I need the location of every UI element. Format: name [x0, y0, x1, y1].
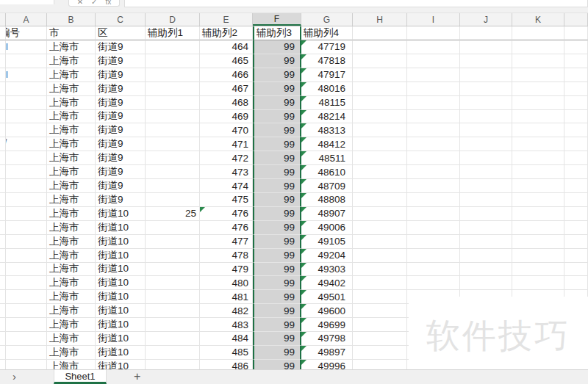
cell-d3[interactable]	[146, 54, 200, 68]
cell-i10[interactable]	[407, 151, 460, 165]
cell-h25[interactable]	[353, 360, 407, 369]
cell-j3[interactable]	[460, 54, 512, 68]
cell-rh23[interactable]	[0, 332, 6, 346]
cell-a8[interactable]	[6, 123, 47, 137]
cell-h1[interactable]	[353, 26, 407, 40]
cell-b21[interactable]: 上海市	[47, 304, 96, 318]
name-box[interactable]	[0, 0, 54, 4]
cell-k19[interactable]	[512, 276, 564, 290]
cell-h8[interactable]	[353, 123, 407, 137]
cell-a12[interactable]	[6, 179, 47, 193]
cell-g3[interactable]: 47818	[301, 54, 353, 68]
cell-d16[interactable]	[146, 235, 200, 249]
cell-b2[interactable]: 上海市	[47, 40, 96, 54]
cell-e19[interactable]: 480	[200, 276, 253, 290]
cell-b3[interactable]: 上海市	[47, 54, 96, 68]
cell-k17[interactable]	[512, 249, 564, 263]
cell-e15[interactable]: 476	[200, 221, 253, 235]
formula-input[interactable]	[124, 0, 588, 7]
cell-d7[interactable]	[146, 110, 200, 124]
cell-j5[interactable]	[460, 82, 512, 96]
cell-h3[interactable]	[353, 54, 407, 68]
cell-a9[interactable]: /	[6, 137, 47, 151]
cell-a13[interactable]	[6, 193, 47, 207]
cell-d13[interactable]	[146, 193, 200, 207]
column-header-K[interactable]: K	[512, 13, 564, 26]
cell-f11[interactable]: 99	[253, 165, 301, 179]
cell-c4[interactable]: 街道9	[96, 68, 146, 82]
cell-g11[interactable]: 48610	[301, 165, 353, 179]
cell-rh2[interactable]	[0, 40, 6, 54]
cell-i1[interactable]	[407, 26, 460, 40]
cancel-icon[interactable]: ✕	[77, 0, 83, 6]
cell-j1[interactable]	[460, 26, 512, 40]
cell-e17[interactable]: 478	[200, 249, 253, 263]
cell-rh15[interactable]	[0, 221, 6, 235]
cell-i9[interactable]	[407, 137, 460, 151]
cell-h16[interactable]	[353, 235, 407, 249]
cell-f14[interactable]: 99	[253, 207, 301, 221]
cell-d25[interactable]	[146, 360, 200, 369]
cell-a19[interactable]	[6, 276, 47, 290]
cell-h5[interactable]	[353, 82, 407, 96]
cell-a15[interactable]	[6, 221, 47, 235]
cell-j9[interactable]	[460, 137, 512, 151]
cell-h6[interactable]	[353, 96, 407, 110]
cell-f1[interactable]: 辅助列3	[253, 26, 301, 40]
cell-c23[interactable]: 街道10	[96, 332, 146, 346]
cell-rh25[interactable]	[0, 360, 6, 369]
cell-j2[interactable]	[460, 40, 512, 54]
cell-rh1[interactable]	[0, 26, 6, 40]
cell-k5[interactable]	[512, 82, 564, 96]
cell-l12[interactable]	[564, 179, 588, 193]
cell-e24[interactable]: 485	[200, 346, 253, 360]
cell-g18[interactable]: 49303	[301, 263, 353, 277]
cell-j15[interactable]	[460, 221, 512, 235]
cell-b22[interactable]: 上海市	[47, 318, 96, 332]
cell-e3[interactable]: 465	[200, 54, 253, 68]
cell-b19[interactable]: 上海市	[47, 276, 96, 290]
cell-e4[interactable]: 466	[200, 68, 253, 82]
cell-c3[interactable]: 街道9	[96, 54, 146, 68]
cell-a10[interactable]	[6, 151, 47, 165]
cell-k15[interactable]	[512, 221, 564, 235]
cell-rh12[interactable]	[0, 179, 6, 193]
cell-f9[interactable]: 99	[253, 137, 301, 151]
cell-l15[interactable]	[564, 221, 588, 235]
cell-f7[interactable]: 99	[253, 110, 301, 124]
cell-a21[interactable]	[6, 304, 47, 318]
cell-l13[interactable]	[564, 193, 588, 207]
cell-rh19[interactable]	[0, 276, 6, 290]
cell-a2[interactable]	[6, 40, 47, 54]
cell-e9[interactable]: 471	[200, 137, 253, 151]
cell-e22[interactable]: 483	[200, 318, 253, 332]
cell-j18[interactable]	[460, 263, 512, 277]
cell-rh10[interactable]	[0, 151, 6, 165]
cell-l14[interactable]	[564, 207, 588, 221]
cell-g4[interactable]: 47917	[301, 68, 353, 82]
column-header-clipped[interactable]	[564, 13, 588, 26]
cell-b15[interactable]: 上海市	[47, 221, 96, 235]
column-header-F[interactable]: F	[253, 13, 301, 26]
cell-e18[interactable]: 479	[200, 263, 253, 277]
cell-d2[interactable]	[146, 40, 200, 54]
cell-h7[interactable]	[353, 110, 407, 124]
cell-j10[interactable]	[460, 151, 512, 165]
cell-a23[interactable]	[6, 332, 47, 346]
cell-h23[interactable]	[353, 332, 407, 346]
cell-b4[interactable]: 上海市	[47, 68, 96, 82]
cell-g19[interactable]: 49402	[301, 276, 353, 290]
cell-d18[interactable]	[146, 263, 200, 277]
cell-c19[interactable]: 街道10	[96, 276, 146, 290]
cell-b7[interactable]: 上海市	[47, 110, 96, 124]
cell-k9[interactable]	[512, 137, 564, 151]
cell-f6[interactable]: 99	[253, 96, 301, 110]
cell-rh6[interactable]	[0, 96, 6, 110]
cell-f17[interactable]: 99	[253, 249, 301, 263]
cell-rh5[interactable]	[0, 82, 6, 96]
cell-b1[interactable]: 市	[47, 26, 96, 40]
cell-a18[interactable]	[6, 263, 47, 277]
cell-f3[interactable]: 99	[253, 54, 301, 68]
cell-g14[interactable]: 48907	[301, 207, 353, 221]
cell-e6[interactable]: 468	[200, 96, 253, 110]
